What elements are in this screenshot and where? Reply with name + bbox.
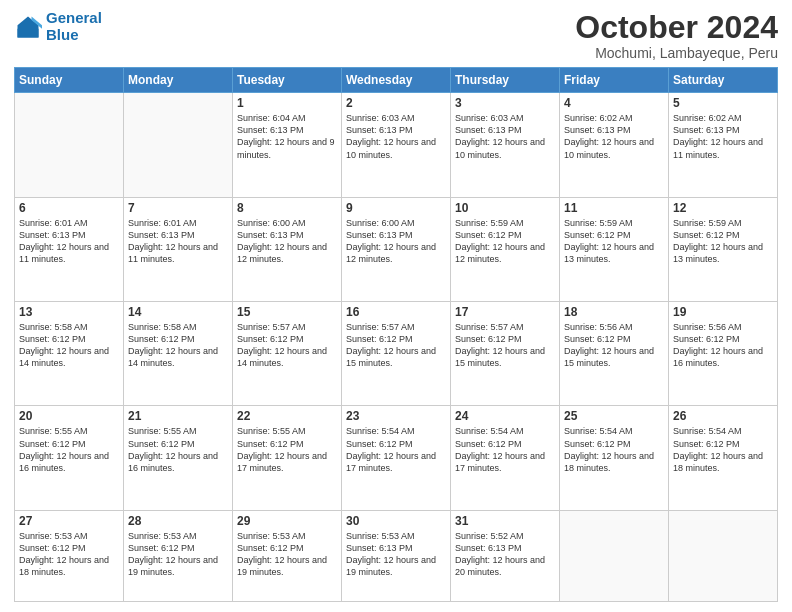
day-number: 20 bbox=[19, 409, 119, 423]
day-number: 19 bbox=[673, 305, 773, 319]
day-info: Sunrise: 5:53 AMSunset: 6:13 PMDaylight:… bbox=[346, 530, 446, 579]
day-number: 14 bbox=[128, 305, 228, 319]
day-info: Sunrise: 5:56 AMSunset: 6:12 PMDaylight:… bbox=[673, 321, 773, 370]
day-number: 4 bbox=[564, 96, 664, 110]
day-number: 22 bbox=[237, 409, 337, 423]
calendar-cell: 20Sunrise: 5:55 AMSunset: 6:12 PMDayligh… bbox=[15, 406, 124, 510]
calendar-cell: 25Sunrise: 5:54 AMSunset: 6:12 PMDayligh… bbox=[560, 406, 669, 510]
location-subtitle: Mochumi, Lambayeque, Peru bbox=[575, 45, 778, 61]
weekday-header-tuesday: Tuesday bbox=[233, 68, 342, 93]
day-info: Sunrise: 6:02 AMSunset: 6:13 PMDaylight:… bbox=[673, 112, 773, 161]
day-info: Sunrise: 6:00 AMSunset: 6:13 PMDaylight:… bbox=[237, 217, 337, 266]
calendar-cell: 27Sunrise: 5:53 AMSunset: 6:12 PMDayligh… bbox=[15, 510, 124, 601]
calendar-cell: 18Sunrise: 5:56 AMSunset: 6:12 PMDayligh… bbox=[560, 302, 669, 406]
day-info: Sunrise: 5:54 AMSunset: 6:12 PMDaylight:… bbox=[455, 425, 555, 474]
day-info: Sunrise: 5:57 AMSunset: 6:12 PMDaylight:… bbox=[237, 321, 337, 370]
calendar-cell: 11Sunrise: 5:59 AMSunset: 6:12 PMDayligh… bbox=[560, 197, 669, 301]
day-info: Sunrise: 5:54 AMSunset: 6:12 PMDaylight:… bbox=[346, 425, 446, 474]
calendar-cell bbox=[15, 93, 124, 197]
day-info: Sunrise: 5:59 AMSunset: 6:12 PMDaylight:… bbox=[564, 217, 664, 266]
day-info: Sunrise: 6:03 AMSunset: 6:13 PMDaylight:… bbox=[455, 112, 555, 161]
day-number: 24 bbox=[455, 409, 555, 423]
svg-rect-2 bbox=[18, 28, 39, 37]
calendar-week-2: 6Sunrise: 6:01 AMSunset: 6:13 PMDaylight… bbox=[15, 197, 778, 301]
weekday-header-row: SundayMondayTuesdayWednesdayThursdayFrid… bbox=[15, 68, 778, 93]
day-number: 17 bbox=[455, 305, 555, 319]
day-info: Sunrise: 5:53 AMSunset: 6:12 PMDaylight:… bbox=[128, 530, 228, 579]
day-info: Sunrise: 5:53 AMSunset: 6:12 PMDaylight:… bbox=[19, 530, 119, 579]
day-number: 12 bbox=[673, 201, 773, 215]
day-info: Sunrise: 5:59 AMSunset: 6:12 PMDaylight:… bbox=[455, 217, 555, 266]
calendar-cell: 15Sunrise: 5:57 AMSunset: 6:12 PMDayligh… bbox=[233, 302, 342, 406]
weekday-header-monday: Monday bbox=[124, 68, 233, 93]
day-number: 11 bbox=[564, 201, 664, 215]
day-number: 15 bbox=[237, 305, 337, 319]
calendar-cell: 28Sunrise: 5:53 AMSunset: 6:12 PMDayligh… bbox=[124, 510, 233, 601]
day-number: 23 bbox=[346, 409, 446, 423]
calendar-cell: 30Sunrise: 5:53 AMSunset: 6:13 PMDayligh… bbox=[342, 510, 451, 601]
calendar-cell: 9Sunrise: 6:00 AMSunset: 6:13 PMDaylight… bbox=[342, 197, 451, 301]
calendar-cell bbox=[124, 93, 233, 197]
day-info: Sunrise: 6:01 AMSunset: 6:13 PMDaylight:… bbox=[19, 217, 119, 266]
day-number: 7 bbox=[128, 201, 228, 215]
page: General Blue October 2024 Mochumi, Lamba… bbox=[0, 0, 792, 612]
calendar-week-5: 27Sunrise: 5:53 AMSunset: 6:12 PMDayligh… bbox=[15, 510, 778, 601]
day-info: Sunrise: 5:57 AMSunset: 6:12 PMDaylight:… bbox=[346, 321, 446, 370]
day-number: 29 bbox=[237, 514, 337, 528]
calendar-cell: 22Sunrise: 5:55 AMSunset: 6:12 PMDayligh… bbox=[233, 406, 342, 510]
calendar-cell: 10Sunrise: 5:59 AMSunset: 6:12 PMDayligh… bbox=[451, 197, 560, 301]
day-info: Sunrise: 5:55 AMSunset: 6:12 PMDaylight:… bbox=[128, 425, 228, 474]
day-number: 26 bbox=[673, 409, 773, 423]
calendar-cell: 26Sunrise: 5:54 AMSunset: 6:12 PMDayligh… bbox=[669, 406, 778, 510]
day-number: 18 bbox=[564, 305, 664, 319]
calendar-cell: 7Sunrise: 6:01 AMSunset: 6:13 PMDaylight… bbox=[124, 197, 233, 301]
calendar-cell: 1Sunrise: 6:04 AMSunset: 6:13 PMDaylight… bbox=[233, 93, 342, 197]
weekday-header-thursday: Thursday bbox=[451, 68, 560, 93]
weekday-header-wednesday: Wednesday bbox=[342, 68, 451, 93]
day-number: 2 bbox=[346, 96, 446, 110]
day-number: 16 bbox=[346, 305, 446, 319]
calendar-cell: 19Sunrise: 5:56 AMSunset: 6:12 PMDayligh… bbox=[669, 302, 778, 406]
day-info: Sunrise: 5:57 AMSunset: 6:12 PMDaylight:… bbox=[455, 321, 555, 370]
day-info: Sunrise: 6:02 AMSunset: 6:13 PMDaylight:… bbox=[564, 112, 664, 161]
logo: General Blue bbox=[14, 10, 102, 43]
day-number: 6 bbox=[19, 201, 119, 215]
logo-icon bbox=[14, 13, 42, 41]
calendar-week-1: 1Sunrise: 6:04 AMSunset: 6:13 PMDaylight… bbox=[15, 93, 778, 197]
day-number: 8 bbox=[237, 201, 337, 215]
day-number: 10 bbox=[455, 201, 555, 215]
month-title: October 2024 bbox=[575, 10, 778, 45]
calendar-week-4: 20Sunrise: 5:55 AMSunset: 6:12 PMDayligh… bbox=[15, 406, 778, 510]
calendar-cell: 24Sunrise: 5:54 AMSunset: 6:12 PMDayligh… bbox=[451, 406, 560, 510]
day-info: Sunrise: 6:03 AMSunset: 6:13 PMDaylight:… bbox=[346, 112, 446, 161]
day-info: Sunrise: 5:56 AMSunset: 6:12 PMDaylight:… bbox=[564, 321, 664, 370]
day-number: 5 bbox=[673, 96, 773, 110]
day-number: 28 bbox=[128, 514, 228, 528]
calendar-cell: 4Sunrise: 6:02 AMSunset: 6:13 PMDaylight… bbox=[560, 93, 669, 197]
day-number: 21 bbox=[128, 409, 228, 423]
weekday-header-saturday: Saturday bbox=[669, 68, 778, 93]
calendar-cell: 6Sunrise: 6:01 AMSunset: 6:13 PMDaylight… bbox=[15, 197, 124, 301]
calendar-table: SundayMondayTuesdayWednesdayThursdayFrid… bbox=[14, 67, 778, 602]
day-info: Sunrise: 5:55 AMSunset: 6:12 PMDaylight:… bbox=[19, 425, 119, 474]
day-info: Sunrise: 5:58 AMSunset: 6:12 PMDaylight:… bbox=[19, 321, 119, 370]
day-number: 9 bbox=[346, 201, 446, 215]
calendar-cell: 16Sunrise: 5:57 AMSunset: 6:12 PMDayligh… bbox=[342, 302, 451, 406]
day-info: Sunrise: 5:53 AMSunset: 6:12 PMDaylight:… bbox=[237, 530, 337, 579]
calendar-cell: 5Sunrise: 6:02 AMSunset: 6:13 PMDaylight… bbox=[669, 93, 778, 197]
day-info: Sunrise: 5:55 AMSunset: 6:12 PMDaylight:… bbox=[237, 425, 337, 474]
day-number: 30 bbox=[346, 514, 446, 528]
calendar-cell: 21Sunrise: 5:55 AMSunset: 6:12 PMDayligh… bbox=[124, 406, 233, 510]
calendar-cell: 12Sunrise: 5:59 AMSunset: 6:12 PMDayligh… bbox=[669, 197, 778, 301]
header: General Blue October 2024 Mochumi, Lamba… bbox=[14, 10, 778, 61]
day-number: 31 bbox=[455, 514, 555, 528]
day-info: Sunrise: 6:00 AMSunset: 6:13 PMDaylight:… bbox=[346, 217, 446, 266]
calendar-cell: 14Sunrise: 5:58 AMSunset: 6:12 PMDayligh… bbox=[124, 302, 233, 406]
day-number: 3 bbox=[455, 96, 555, 110]
calendar-cell: 23Sunrise: 5:54 AMSunset: 6:12 PMDayligh… bbox=[342, 406, 451, 510]
calendar-cell: 3Sunrise: 6:03 AMSunset: 6:13 PMDaylight… bbox=[451, 93, 560, 197]
calendar-cell: 13Sunrise: 5:58 AMSunset: 6:12 PMDayligh… bbox=[15, 302, 124, 406]
weekday-header-sunday: Sunday bbox=[15, 68, 124, 93]
day-number: 25 bbox=[564, 409, 664, 423]
day-number: 13 bbox=[19, 305, 119, 319]
